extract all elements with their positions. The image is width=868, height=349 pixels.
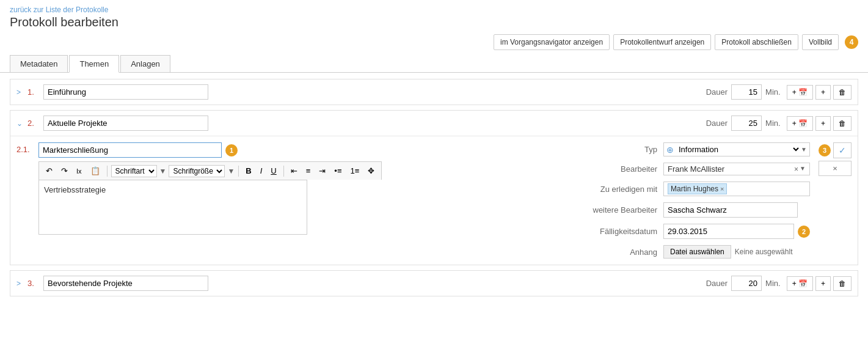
item-title-2[interactable]: [43, 116, 208, 131]
complete-button[interactable]: Protokoll abschließen: [715, 34, 798, 50]
align-right-btn[interactable]: ⇥: [316, 164, 329, 177]
list-btn[interactable]: •≡: [331, 164, 345, 177]
typ-select[interactable]: Information Aufgabe Beschluss: [676, 144, 801, 155]
header-buttons: im Vorgangsnavigator anzeigen Protokolle…: [494, 34, 858, 50]
min-label-2: Min.: [765, 119, 781, 128]
agenda-item-2: ⌄ 2. Dauer Min. + 📅 + 🗑 2.1.: [10, 110, 858, 265]
tag-label: Martin Hughes: [671, 185, 718, 193]
tabs-row: Metadaten Themen Anlagen: [0, 55, 868, 73]
agenda-item-3: > 3. Dauer Min. + 📅 + 🗑: [10, 270, 858, 296]
min-label-1: Min.: [765, 87, 781, 97]
typ-row: Typ ⊕ Information Aufgabe Beschluss ▼: [578, 142, 810, 156]
bold-btn[interactable]: B: [243, 164, 254, 177]
tag-input-wrapper[interactable]: Martin Hughes ×: [663, 182, 810, 196]
expand-icon-3[interactable]: >: [16, 279, 24, 288]
expand-icon-2[interactable]: ⌄: [16, 119, 24, 128]
delete-btn-3[interactable]: 🗑: [833, 276, 852, 291]
badge-1: 1: [225, 144, 238, 156]
faelligkeit-label: Fälligkeitsdatum: [578, 227, 657, 236]
faelligkeit-input[interactable]: [663, 224, 794, 239]
undo-btn[interactable]: ↶: [43, 164, 56, 177]
bearbeiter-arrow-icon[interactable]: ▼: [800, 165, 806, 174]
weitere-row: weitere Bearbeiter: [578, 202, 810, 218]
faelligkeit-row: Fälligkeitsdatum 2: [578, 224, 810, 239]
plus-circle-icon: ⊕: [666, 145, 674, 155]
weitere-label: weitere Bearbeiter: [578, 205, 657, 215]
copy-btn[interactable]: 📋: [87, 164, 103, 177]
add-calendar-btn-2[interactable]: + 📅: [787, 116, 813, 131]
page-title: Protokoll bearbeiten: [10, 15, 858, 29]
duration-input-1[interactable]: [731, 84, 762, 100]
add-btn-3[interactable]: +: [815, 276, 831, 291]
anhang-label: Anhang: [578, 248, 657, 257]
tab-themen[interactable]: Themen: [69, 55, 119, 73]
zu-erledigen-label: Zu erledigen mit: [578, 185, 657, 194]
item-number-3: 3.: [27, 279, 40, 288]
zu-erledigen-row: Zu erledigen mit Martin Hughes ×: [578, 182, 810, 196]
sub-title-2-1[interactable]: [38, 142, 222, 158]
back-link[interactable]: zurück zur Liste der Protokolle: [10, 6, 108, 14]
confirm-btn[interactable]: ✓: [833, 142, 852, 158]
typ-arrow-icon: ▼: [801, 146, 807, 153]
agenda-item-1: > 1. Dauer Min. + 📅 + 🗑: [10, 79, 858, 105]
sub-item-2-1: 2.1. 1 ↶ ↷ Ix 📋 Sc: [10, 136, 858, 265]
duration-label-2: Dauer: [706, 119, 728, 128]
font-select[interactable]: Schriftart: [111, 165, 157, 177]
tab-metadaten[interactable]: Metadaten: [10, 55, 68, 72]
assignee-wrapper[interactable]: Frank McAllister × ▼: [663, 163, 810, 175]
weitere-input[interactable]: [663, 202, 798, 218]
delete-btn-1[interactable]: 🗑: [833, 85, 852, 100]
duration-label-1: Dauer: [706, 87, 728, 97]
bearbeiter-label: Bearbeiter: [578, 164, 657, 174]
tag-remove-icon[interactable]: ×: [720, 185, 724, 193]
side-action-buttons: 3 ✓ ×: [819, 142, 852, 176]
content-area: > 1. Dauer Min. + 📅 + 🗑 ⌄ 2. Dauer Mi: [0, 73, 868, 307]
badge-2: 2: [798, 226, 810, 238]
badge-4: 4: [845, 35, 858, 49]
ordered-list-btn[interactable]: 1≡: [347, 164, 362, 177]
duration-input-2[interactable]: [731, 116, 762, 131]
min-label-3: Min.: [765, 279, 781, 288]
editor-toolbar: ↶ ↷ Ix 📋 Schriftart ▼ Schriftgröße: [38, 161, 382, 180]
delete-btn-2[interactable]: 🗑: [833, 116, 852, 131]
draft-button[interactable]: Protokollentwurf anzeigen: [613, 34, 711, 50]
badge-3: 3: [819, 144, 831, 156]
item-title-1[interactable]: [43, 84, 208, 100]
typ-select-wrapper[interactable]: ⊕ Information Aufgabe Beschluss ▼: [663, 142, 810, 156]
expand-icon-1[interactable]: >: [16, 88, 24, 97]
redo-btn[interactable]: ↷: [58, 164, 71, 177]
right-panel: Typ ⊕ Information Aufgabe Beschluss ▼: [578, 142, 810, 259]
editor-area[interactable]: Vertriebsstrategie: [38, 180, 307, 235]
underline-btn[interactable]: U: [268, 164, 279, 177]
item-title-3[interactable]: [43, 276, 208, 291]
file-select-btn[interactable]: Datei auswählen: [663, 245, 731, 259]
add-btn-1[interactable]: +: [815, 85, 831, 100]
item-number-1: 1.: [27, 87, 40, 97]
sub-number-2-1: 2.1.: [16, 145, 35, 154]
italic-btn[interactable]: I: [257, 164, 266, 177]
duration-input-3[interactable]: [731, 276, 762, 291]
item-number-2: 2.: [27, 119, 40, 128]
clear-format-btn[interactable]: Ix: [73, 164, 85, 177]
add-btn-2[interactable]: +: [815, 116, 831, 131]
bearbeiter-clear-icon[interactable]: ×: [794, 165, 798, 174]
martin-hughes-tag: Martin Hughes ×: [668, 183, 727, 194]
tab-anlagen[interactable]: Anlagen: [120, 55, 170, 72]
no-file-label: Keine ausgewählt: [735, 248, 793, 256]
bearbeiter-row: Bearbeiter Frank McAllister × ▼: [578, 163, 810, 175]
anhang-row: Anhang Datei auswählen Keine ausgewählt: [578, 245, 810, 259]
editor-content: Vertriebsstrategie: [44, 185, 106, 194]
typ-label: Typ: [578, 145, 657, 154]
navigator-button[interactable]: im Vorgangsnavigator anzeigen: [494, 34, 610, 50]
fullscreen-editor-btn[interactable]: ✥: [365, 164, 377, 177]
size-select[interactable]: Schriftgröße: [169, 165, 225, 177]
align-center-btn[interactable]: ≡: [303, 164, 314, 177]
add-calendar-btn-1[interactable]: + 📅: [787, 85, 813, 100]
cancel-sub-btn[interactable]: ×: [819, 161, 852, 176]
duration-label-3: Dauer: [706, 279, 728, 288]
align-left-btn[interactable]: ⇤: [288, 164, 301, 177]
add-calendar-btn-3[interactable]: + 📅: [787, 276, 813, 291]
fullscreen-button[interactable]: Vollbild: [802, 34, 839, 50]
bearbeiter-value: Frank McAllister: [668, 164, 794, 174]
